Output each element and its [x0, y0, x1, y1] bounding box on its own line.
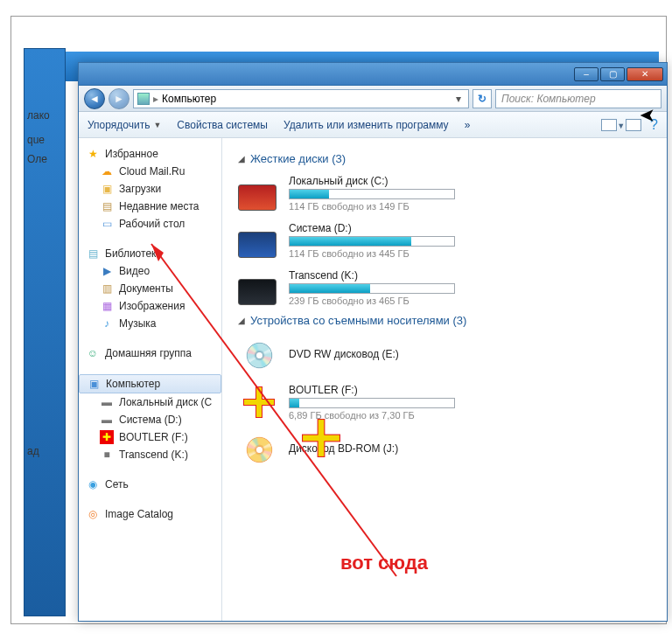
- minimize-button[interactable]: –: [574, 67, 598, 81]
- toolbar-overflow-button[interactable]: »: [465, 119, 471, 131]
- lib-item[interactable]: ▶Видео: [79, 262, 221, 280]
- library-icon: ▤: [86, 247, 100, 261]
- drive-name: Локальный диск (C:): [289, 175, 495, 187]
- computer-icon: [137, 93, 150, 105]
- maximize-button[interactable]: ▢: [600, 67, 625, 81]
- mouse-cursor-icon: ➤: [640, 104, 655, 127]
- drive-free-text: 114 ГБ свободно из 149 ГБ: [289, 201, 495, 212]
- homegroup-header[interactable]: ☺Домашняя группа: [79, 344, 221, 362]
- nav-item-label: Загрузки: [119, 183, 161, 195]
- libraries-header[interactable]: ▤Библиотеки: [79, 245, 221, 262]
- removable-drive-item[interactable]: 📀 Дисковод BD-ROM (J:): [238, 428, 651, 470]
- drive-free-text: 6,89 ГБ свободно из 7,30 ГБ: [289, 410, 495, 421]
- drive-name: Система (D:): [289, 222, 495, 234]
- nav-item-label: Рабочий стол: [119, 218, 185, 230]
- nav-item-label: Документы: [119, 282, 173, 295]
- homegroup-icon: ☺: [86, 346, 100, 360]
- hdd-icon: [238, 270, 280, 305]
- nav-item-label: Музыка: [119, 317, 156, 330]
- nav-bar: ◄ ► ▸ Компьютер ▾ ↻ Поиск: Компьютер: [79, 86, 667, 112]
- folder-icon: ▣: [100, 182, 114, 196]
- nav-item-label: Система (D:): [119, 414, 182, 426]
- doc-icon: ▥: [100, 282, 114, 296]
- disc-icon: 💿: [244, 341, 275, 370]
- nav-item-label: Изображения: [119, 300, 185, 312]
- drive-free-text: 114 ГБ свободно из 445 ГБ: [289, 248, 495, 259]
- system-properties-button[interactable]: Свойства системы: [177, 119, 268, 131]
- music-icon: ♪: [100, 317, 114, 330]
- network-icon: ◉: [86, 477, 100, 491]
- search-input[interactable]: Поиск: Компьютер: [495, 89, 662, 108]
- fav-item[interactable]: ▭Рабочий стол: [79, 215, 221, 233]
- outer-frame: лако que Оле ад – ▢ ✕ ◄ ► ▸ Компьютер ▾ …: [10, 16, 667, 624]
- removable-drive-item[interactable]: 💿 DVD RW дисковод (E:): [238, 334, 651, 376]
- usb-icon: ✚: [100, 430, 114, 444]
- drive-item[interactable]: Transcend (K:) 239 ГБ свободно из 465 ГБ: [238, 267, 651, 309]
- organize-button[interactable]: Упорядочить▼: [88, 119, 161, 131]
- toolbar: Упорядочить▼ Свойства системы Удалить ил…: [79, 112, 667, 138]
- comp-item[interactable]: ■Transcend (K:): [79, 446, 221, 463]
- star-icon: ★: [86, 147, 100, 161]
- nav-item-label: Видео: [119, 265, 150, 277]
- drive-space-bar: [289, 398, 455, 408]
- hdd-ext-icon: ■: [100, 448, 114, 462]
- hdd-icon: [238, 176, 280, 211]
- navigation-pane: ★Избранное ☁Cloud Mail.Ru▣Загрузки▤Недав…: [79, 138, 222, 621]
- drive-space-bar: [289, 236, 455, 247]
- svg-rect-3: [244, 400, 274, 405]
- favorites-header[interactable]: ★Избранное: [79, 145, 221, 163]
- comp-item[interactable]: ▬Система (D:): [79, 411, 221, 428]
- hdd-icon: [238, 223, 280, 258]
- lib-item[interactable]: ▥Документы: [79, 280, 221, 297]
- titlebar: – ▢ ✕: [79, 63, 667, 86]
- image-icon: ▦: [100, 299, 114, 313]
- drive-item[interactable]: Локальный диск (C:) 114 ГБ свободно из 1…: [238, 172, 651, 214]
- nav-item-label: BOUTLER (F:): [119, 431, 188, 443]
- hdd-icon: ▬: [100, 413, 114, 427]
- hdd-icon: ▬: [100, 395, 114, 409]
- nav-item-label: Transcend (K:): [119, 449, 188, 461]
- drive-item[interactable]: Система (D:) 114 ГБ свободно из 445 ГБ: [238, 219, 651, 261]
- address-dropdown-icon[interactable]: ▾: [452, 93, 465, 105]
- usb-cross-icon: [242, 385, 276, 420]
- nav-item-label: Cloud Mail.Ru: [119, 165, 185, 177]
- address-bar[interactable]: ▸ Компьютер ▾: [133, 89, 469, 108]
- view-options-button[interactable]: ▼: [601, 119, 617, 131]
- docs-icon: ▤: [100, 199, 114, 213]
- back-button[interactable]: ◄: [84, 88, 105, 109]
- bg-partial-text: лако que Оле ад: [27, 109, 50, 461]
- comp-item[interactable]: ▬Локальный диск (C: [79, 393, 221, 411]
- computer-header[interactable]: ▣Компьютер: [79, 374, 221, 393]
- drive-free-text: 239 ГБ свободно из 465 ГБ: [289, 296, 495, 306]
- removable-category-header[interactable]: ◢Устройства со съемными носителями (3): [238, 314, 651, 327]
- nav-item-label: Локальный диск (C: [119, 396, 212, 408]
- fav-item[interactable]: ▣Загрузки: [79, 180, 221, 198]
- removable-drive-item[interactable]: BOUTLER (F:)6,89 ГБ свободно из 7,30 ГБ: [238, 381, 651, 423]
- forward-button[interactable]: ►: [108, 88, 130, 109]
- catalog-icon: ◎: [86, 507, 100, 521]
- comp-item[interactable]: ✚BOUTLER (F:): [79, 428, 221, 446]
- disc-icon: 📀: [244, 435, 275, 464]
- network-header[interactable]: ◉Сеть: [79, 476, 221, 493]
- address-location: Компьютер: [162, 93, 216, 105]
- uninstall-program-button[interactable]: Удалить или изменить программу: [284, 119, 449, 131]
- lib-item[interactable]: ♪Музыка: [79, 315, 221, 332]
- drive-space-bar: [289, 189, 455, 199]
- content-pane: ◢Жесткие диски (3) Локальный диск (C:) 1…: [222, 138, 667, 621]
- close-button[interactable]: ✕: [626, 67, 663, 81]
- drive-name: Transcend (K:): [289, 269, 495, 282]
- explorer-window: – ▢ ✕ ◄ ► ▸ Компьютер ▾ ↻ Поиск: Компьют…: [78, 62, 668, 622]
- drive-name: BOUTLER (F:): [289, 384, 495, 396]
- fav-item[interactable]: ☁Cloud Mail.Ru: [79, 163, 221, 180]
- hdd-category-header[interactable]: ◢Жесткие диски (3): [238, 152, 651, 165]
- nav-item-label: Недавние места: [119, 200, 199, 212]
- desktop-icon: ▭: [100, 217, 114, 231]
- fav-item[interactable]: ▤Недавние места: [79, 198, 221, 215]
- video-icon: ▶: [100, 264, 114, 278]
- lib-item[interactable]: ▦Изображения: [79, 297, 221, 315]
- image-catalog-header[interactable]: ◎Image Catalog: [79, 505, 221, 523]
- drive-name: DVD RW дисковод (E:): [289, 348, 495, 360]
- cloud-icon: ☁: [100, 164, 114, 178]
- drive-name: Дисковод BD-ROM (J:): [289, 442, 495, 455]
- refresh-button[interactable]: ↻: [472, 89, 492, 108]
